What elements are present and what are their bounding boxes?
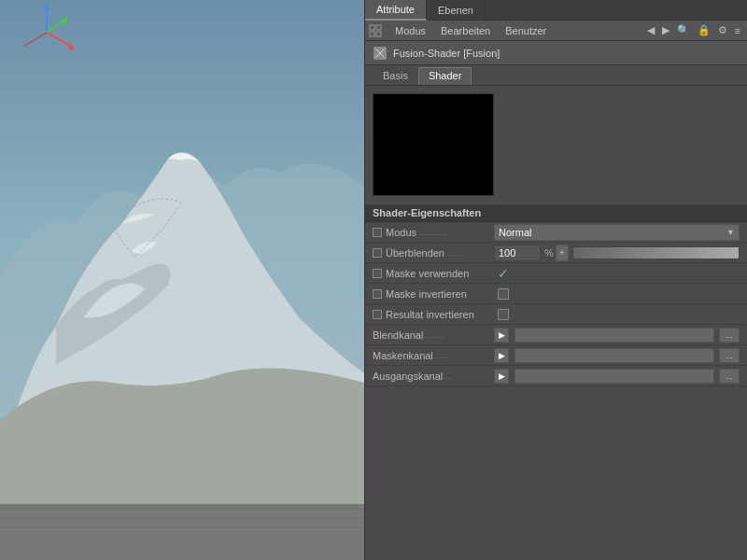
maskenkanal-more-button[interactable]: ...: [719, 348, 740, 363]
properties-panel: Modus ............ Normal ▼ Überblenden …: [365, 222, 747, 560]
svg-line-7: [47, 33, 72, 47]
tab-ebenen[interactable]: Ebenen: [427, 0, 486, 21]
blendkanal-more-button[interactable]: ...: [719, 328, 740, 343]
nav-forward-icon[interactable]: ▶: [659, 24, 672, 36]
menu-modus[interactable]: Modus: [388, 21, 433, 41]
modus-dropdown[interactable]: Normal ▼: [494, 224, 740, 241]
ausgangskanal-arrow[interactable]: ▶: [494, 369, 509, 384]
maske-invertieren-label: Maske invertieren: [373, 288, 494, 300]
ueberblenden-checkbox[interactable]: [373, 248, 382, 258]
attribute-panel: Attribute Ebenen Modus Bearbeiten Benutz…: [364, 0, 747, 560]
menu-bearbeiten[interactable]: Bearbeiten: [433, 21, 498, 41]
axis-widget: [14, 0, 79, 65]
blendkanal-label: Blendkanal .........: [373, 329, 494, 341]
maske-invertieren-checkbox[interactable]: [373, 289, 382, 299]
ausgangskanal-row: Ausgangskanal .... ▶ ...: [365, 366, 747, 386]
fusion-icon: [373, 46, 388, 61]
modus-row: Modus ............ Normal ▼: [365, 222, 747, 243]
ueberblenden-row: Überblenden ....... 100 % +: [365, 243, 747, 263]
lock-icon[interactable]: 🔒: [695, 24, 713, 36]
blendkanal-arrow[interactable]: ▶: [494, 328, 509, 343]
modus-label: Modus ............: [373, 227, 494, 238]
grid-icon: [369, 24, 382, 37]
ausgangskanal-field[interactable]: [514, 369, 714, 384]
shader-title-text: Fusion-Shader [Fusion]: [393, 48, 500, 59]
svg-rect-12: [370, 25, 374, 30]
svg-marker-8: [68, 44, 75, 50]
maske-invertieren-value[interactable]: [498, 288, 509, 300]
subtab-shader[interactable]: Shader: [418, 67, 472, 85]
maske-invertieren-row: Maske invertieren: [365, 284, 747, 304]
svg-line-11: [23, 33, 47, 47]
svg-marker-10: [62, 16, 67, 25]
blendkanal-row: Blendkanal ......... ▶ ...: [365, 325, 747, 345]
tab-attribute[interactable]: Attribute: [365, 0, 427, 21]
ueberblenden-label: Überblenden .......: [373, 247, 494, 259]
blendkanal-field[interactable]: [514, 328, 714, 343]
svg-rect-13: [376, 25, 381, 30]
svg-rect-14: [370, 32, 374, 36]
resultat-invertieren-row: Resultat invertieren: [365, 304, 747, 325]
ausgangskanal-more-button[interactable]: ...: [719, 369, 740, 384]
maskenkanal-row: Maskenkanal ....... ▶ ...: [365, 345, 747, 366]
subtab-basis[interactable]: Basis: [373, 67, 418, 85]
gear-icon[interactable]: ⚙: [715, 24, 730, 36]
svg-marker-6: [44, 4, 49, 9]
maske-verwenden-label: Maske verwenden: [373, 268, 494, 279]
resultat-invertieren-checkbox[interactable]: [373, 310, 382, 319]
nav-back-icon[interactable]: ◀: [644, 24, 657, 36]
modus-checkbox[interactable]: [373, 228, 382, 237]
maske-verwenden-checkbox[interactable]: [373, 269, 382, 278]
maske-verwenden-row: Maske verwenden ✓: [365, 263, 747, 284]
ausgangskanal-label: Ausgangskanal ....: [373, 371, 494, 382]
shader-preview: [373, 93, 494, 196]
svg-rect-15: [376, 32, 381, 36]
ueberblenden-bar[interactable]: [572, 246, 740, 259]
svg-rect-1: [0, 504, 364, 560]
maskenkanal-arrow[interactable]: ▶: [494, 348, 509, 363]
search-icon[interactable]: 🔍: [674, 24, 693, 36]
section-header: Shader-Eigenschaften: [365, 203, 747, 222]
resultat-invertieren-label: Resultat invertieren: [373, 309, 494, 320]
ueberblenden-input[interactable]: 100: [494, 245, 541, 261]
menu-icon[interactable]: ≡: [732, 25, 743, 36]
ueberblenden-step-up[interactable]: +: [556, 245, 569, 261]
maskenkanal-label: Maskenkanal .......: [373, 350, 494, 361]
maskenkanal-field[interactable]: [514, 348, 714, 363]
resultat-invertieren-value[interactable]: [498, 309, 509, 320]
3d-viewport: [0, 0, 364, 560]
dropdown-arrow-icon: ▼: [726, 228, 735, 237]
maske-verwenden-checkmark: ✓: [498, 266, 509, 281]
menu-benutzer[interactable]: Benutzer: [498, 21, 554, 41]
